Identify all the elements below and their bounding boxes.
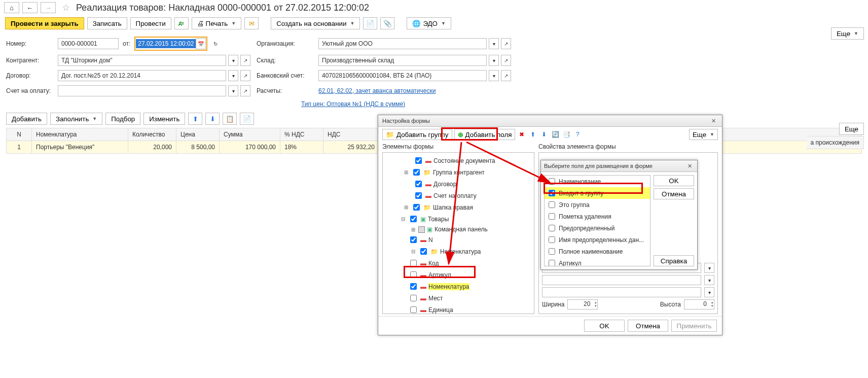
add-group-button[interactable]: 📁 Добавить группу xyxy=(382,129,452,140)
column-header[interactable]: НДС xyxy=(323,128,379,141)
back-button[interactable]: ← xyxy=(22,2,38,13)
tree-item[interactable]: ⊞📁Шапка правая xyxy=(384,201,533,213)
checkbox[interactable] xyxy=(413,169,420,176)
date-field[interactable]: 27.02.2015 12:00:02 📅 xyxy=(134,37,207,51)
expander-icon[interactable]: ⊞ xyxy=(403,204,409,211)
org-field[interactable]: Уютный дом ООО xyxy=(318,38,487,49)
checkbox[interactable] xyxy=(410,306,417,313)
checkbox[interactable] xyxy=(549,225,555,231)
checkbox[interactable] xyxy=(410,236,417,243)
field-item[interactable]: Полное наименование xyxy=(545,246,650,257)
copy-icon[interactable]: 📑 xyxy=(562,130,571,139)
number-field[interactable]: 0000-000001 xyxy=(58,38,119,49)
tree-item[interactable]: ▬Единица xyxy=(384,304,533,314)
column-header[interactable]: Номенклатура xyxy=(32,128,128,141)
checkbox[interactable] xyxy=(415,192,422,199)
favorite-icon[interactable]: ☆ xyxy=(62,2,70,13)
print-button[interactable]: 🖨Печать▼ xyxy=(192,17,242,29)
apply-button[interactable]: Применить xyxy=(671,320,717,332)
move-up-button[interactable]: ⬆ xyxy=(188,113,202,125)
more-button[interactable]: Еще▼ xyxy=(831,27,864,40)
expander-icon[interactable]: ⊟ xyxy=(400,216,406,222)
tree-item[interactable]: ⊞📁Группа контрагент xyxy=(384,166,533,178)
dropdown-icon[interactable]: ▾ xyxy=(489,38,499,49)
checkbox-mixed[interactable] xyxy=(418,226,425,233)
edo-button[interactable]: 🌐ЭДО▼ xyxy=(407,17,451,29)
calendar-icon[interactable]: 📅 xyxy=(196,38,206,49)
checkbox[interactable] xyxy=(415,157,422,164)
checkbox[interactable] xyxy=(549,190,555,196)
tree-item[interactable]: ▬Номенклатура xyxy=(384,281,533,292)
tree-item[interactable]: ▬Код xyxy=(384,257,533,269)
checkbox[interactable] xyxy=(549,201,555,208)
checkbox[interactable] xyxy=(420,248,427,255)
add-row-button[interactable]: Добавить xyxy=(6,113,47,125)
refresh-icon[interactable]: ↻ xyxy=(209,38,222,49)
tree-item[interactable]: ▬N xyxy=(384,234,533,246)
height-spinner[interactable]: 0 xyxy=(684,299,714,310)
fill-button[interactable]: Заполнить▼ xyxy=(50,113,102,125)
tree-item[interactable]: ▬Артикул xyxy=(384,269,533,281)
tree-item[interactable]: ⊟📁Номенклатура xyxy=(384,246,533,257)
clip-button[interactable]: 📎 xyxy=(380,17,394,29)
checkbox[interactable] xyxy=(549,178,555,185)
column-header[interactable]: N xyxy=(7,128,32,141)
popup-ok-button[interactable]: OK xyxy=(654,175,694,186)
checkbox[interactable] xyxy=(410,260,417,266)
column-header[interactable]: Количество xyxy=(128,128,176,141)
help-icon[interactable]: ? xyxy=(573,130,582,139)
checkbox[interactable] xyxy=(415,181,422,187)
elements-tree[interactable]: ▬Состояние документа⊞📁Группа контрагент▬… xyxy=(382,152,534,314)
tree-item[interactable]: ▬Счет на оплату xyxy=(384,190,533,201)
dk-button[interactable]: Дт xyxy=(174,17,189,29)
refresh-icon[interactable]: 🔄 xyxy=(551,130,560,139)
move-down-button[interactable]: ⬇ xyxy=(205,113,220,125)
cancel-button[interactable]: Отмена xyxy=(628,320,668,332)
bank-field[interactable]: 40702810656000001084, ВТБ 24 (ПАО) xyxy=(318,70,487,81)
checkbox[interactable] xyxy=(549,260,555,266)
down-icon[interactable]: ⬇ xyxy=(539,130,549,139)
checkbox[interactable] xyxy=(413,204,420,211)
prop-field-3[interactable] xyxy=(542,287,701,297)
checkbox[interactable] xyxy=(410,216,417,222)
popup-close-icon[interactable]: ✕ xyxy=(685,162,694,170)
column-header[interactable]: % НДС xyxy=(280,128,323,141)
checkbox[interactable] xyxy=(549,248,555,255)
tree-item[interactable]: ⊞▣Командная панель xyxy=(384,225,533,234)
column-header[interactable]: Сумма xyxy=(220,128,280,141)
checkbox[interactable] xyxy=(410,283,417,290)
field-item[interactable]: Наименование xyxy=(545,176,650,187)
table-more-button[interactable]: Еще xyxy=(839,123,864,135)
width-spinner[interactable]: 20 xyxy=(567,299,598,310)
column-header[interactable]: Цена xyxy=(176,128,220,141)
prop-field-2[interactable] xyxy=(542,275,701,285)
field-item[interactable]: Артикул xyxy=(545,257,650,266)
pick-button[interactable]: Подбор xyxy=(105,113,140,125)
tree-item[interactable]: ▬Договор xyxy=(384,178,533,190)
create-based-button[interactable]: Создать на основании▼ xyxy=(271,17,360,29)
popup-cancel-button[interactable]: Отмена xyxy=(654,188,694,199)
tree-item[interactable]: ▬Мест xyxy=(384,292,533,304)
paste-button[interactable]: 📄 xyxy=(240,113,254,125)
tree-item[interactable]: ⊟▣Товары xyxy=(384,213,533,225)
expander-icon[interactable]: ⊞ xyxy=(403,169,409,176)
calc-link[interactable]: 62.01, 62.02, зачет аванса автоматически xyxy=(318,87,436,94)
save-button[interactable]: Записать xyxy=(87,17,127,29)
field-item[interactable]: Имя предопределенных дан... xyxy=(545,234,650,246)
field-item[interactable]: Это группа xyxy=(545,199,650,211)
add-fields-button[interactable]: ⊕ Добавить поля xyxy=(454,129,516,140)
post-close-button[interactable]: Провести и закрыть xyxy=(5,17,84,29)
mail-button[interactable]: ✉ xyxy=(244,17,259,29)
change-button[interactable]: Изменить xyxy=(143,113,185,125)
field-item[interactable]: Входит в группу xyxy=(545,187,650,199)
price-type-link[interactable]: Тип цен: Оптовая №1 (НДС в сумме) xyxy=(301,100,405,108)
checkbox[interactable] xyxy=(410,295,417,301)
up-icon[interactable]: ⬆ xyxy=(528,130,537,139)
home-button[interactable]: ⌂ xyxy=(4,2,19,13)
expander-icon[interactable]: ⊞ xyxy=(410,226,416,232)
invoice-field[interactable] xyxy=(58,85,226,96)
contr-field[interactable]: ТД "Шторкин дом" xyxy=(58,55,226,66)
popup-help-button[interactable]: Справка xyxy=(654,255,694,266)
checkbox[interactable] xyxy=(549,236,555,243)
dog-field[interactable]: Дог. пост.№25 от 20.12.2014 xyxy=(58,70,226,81)
